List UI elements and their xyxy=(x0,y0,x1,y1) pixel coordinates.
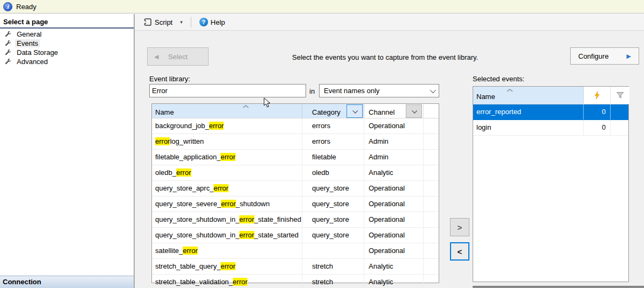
event-channel-cell: Analytic xyxy=(364,165,424,180)
sidebar-item-label: Data Storage xyxy=(15,48,60,57)
add-event-button[interactable]: > xyxy=(450,218,469,236)
back-arrow-icon: ◀ xyxy=(154,53,158,60)
selected-column-header-name[interactable]: Name xyxy=(473,87,584,104)
match-highlight: error xyxy=(220,262,235,270)
event-category-cell: filetable xyxy=(302,150,364,165)
selected-event-action-count: 0 xyxy=(584,104,611,120)
sidebar-item[interactable]: Data Storage xyxy=(0,48,134,57)
connection-section-header: Connection xyxy=(0,276,134,288)
match-highlight: error xyxy=(176,168,191,177)
category-filter-dropdown[interactable] xyxy=(347,104,363,118)
status-text: Ready xyxy=(16,3,37,11)
event-filler-cell xyxy=(424,150,439,165)
event-library-row[interactable]: query_store_shutdown_in_error_state_star… xyxy=(152,228,439,243)
selected-events-rows: error_reported 0 login 0 xyxy=(473,104,628,136)
event-filler-cell xyxy=(424,134,439,149)
event-filler-cell xyxy=(424,259,439,274)
event-channel-cell: Operational xyxy=(364,196,424,212)
panel-edge xyxy=(473,286,644,288)
selected-name-header-label: Name xyxy=(476,93,495,101)
selected-column-header-actions[interactable] xyxy=(584,87,611,104)
column-header-category[interactable]: Category xyxy=(302,104,364,118)
event-channel-cell: Operational xyxy=(364,212,424,227)
event-library-row[interactable]: oledb_error oledb Analytic xyxy=(152,165,439,181)
search-scope-dropdown[interactable]: Event names only xyxy=(319,84,439,97)
event-name-cell: query_store_shutdown_in_error_state_star… xyxy=(152,228,302,243)
event-library-row[interactable]: filetable_application_error filetable Ad… xyxy=(152,150,439,165)
sidebar-item[interactable]: Events xyxy=(0,39,134,48)
match-highlight: error xyxy=(239,215,254,223)
column-header-name[interactable]: Name xyxy=(152,104,302,118)
forward-arrow-icon: ▶ xyxy=(627,53,631,60)
remove-event-button[interactable]: < xyxy=(450,242,469,261)
event-library-row[interactable]: query_store_aprc_error query_store Opera… xyxy=(152,181,439,196)
sidebar-item-label: Advanced xyxy=(15,58,50,66)
sidebar-item[interactable]: General xyxy=(0,30,134,39)
event-channel-cell: Admin xyxy=(364,134,424,149)
selected-event-filter-cell xyxy=(611,104,629,120)
event-filler-cell xyxy=(424,228,439,243)
event-channel-cell: Analytic xyxy=(364,275,424,288)
match-highlight: error xyxy=(221,200,236,208)
event-category-cell: oledb xyxy=(302,165,364,180)
selected-event-filter-cell xyxy=(611,120,629,135)
event-library-label: Event library: xyxy=(149,75,190,83)
match-highlight: error xyxy=(220,153,235,161)
event-category-cell: query_store xyxy=(302,196,364,212)
help-icon: ? xyxy=(199,18,208,26)
event-category-cell: query_store xyxy=(302,228,364,243)
help-button[interactable]: ? Help xyxy=(197,16,227,28)
info-icon: i xyxy=(3,2,12,11)
selected-events-header: Name xyxy=(473,87,628,104)
event-category-cell: errors xyxy=(302,118,364,134)
event-channel-cell: Analytic xyxy=(364,259,424,274)
match-highlight: error xyxy=(213,184,228,192)
event-filler-cell xyxy=(424,275,439,288)
event-name-cell: oledb_error xyxy=(152,165,302,180)
event-filler-cell xyxy=(424,165,439,180)
event-category-cell xyxy=(302,243,364,258)
event-filler-cell xyxy=(424,118,439,134)
selected-event-row[interactable]: login 0 xyxy=(473,120,628,136)
header-filler xyxy=(424,104,439,118)
wrench-icon xyxy=(4,40,11,47)
selected-column-header-filter[interactable] xyxy=(611,87,629,104)
event-library-table: Name Category Channel background_job_err… xyxy=(151,103,439,283)
event-search-input[interactable] xyxy=(149,84,306,97)
filter-funnel-icon xyxy=(617,92,624,99)
selected-event-action-count: 0 xyxy=(584,120,611,135)
event-library-row[interactable]: query_store_shutdown_in_error_state_fini… xyxy=(152,212,439,228)
instruction-text: Select the events you want to capture fr… xyxy=(292,53,478,61)
event-name-cell: background_job_error xyxy=(152,118,302,134)
event-library-row[interactable]: query_store_severe_error_shutdown query_… xyxy=(152,196,439,212)
event-category-cell: stretch xyxy=(302,259,364,274)
script-icon xyxy=(143,18,152,26)
event-library-row[interactable]: stretch_table_query_error stretch Analyt… xyxy=(152,259,439,275)
event-library-row[interactable]: satellite_error Operational xyxy=(152,243,439,259)
configure-button[interactable]: Configure ▶ xyxy=(570,47,639,65)
select-button-label: Select xyxy=(168,53,188,61)
event-filler-cell xyxy=(424,181,439,196)
sidebar-item[interactable]: Advanced xyxy=(0,57,134,66)
event-library-row[interactable]: errorlog_written errors Admin xyxy=(152,134,439,150)
selected-event-name: error_reported xyxy=(473,104,584,120)
event-name-cell: query_store_shutdown_in_error_state_fini… xyxy=(152,212,302,227)
lightning-icon xyxy=(594,92,600,99)
event-library-row[interactable]: stretch_table_validation_error stretch A… xyxy=(152,275,439,288)
sort-ascending-icon xyxy=(507,89,513,92)
channel-filter-dropdown[interactable] xyxy=(406,104,422,118)
match-highlight: error xyxy=(209,122,224,130)
session-properties-dialog: i Ready Select a page General Events Dat… xyxy=(0,0,644,288)
script-dropdown-button[interactable]: ▾ xyxy=(178,18,185,26)
script-button[interactable]: Script xyxy=(141,16,175,28)
sort-ascending-icon xyxy=(243,105,249,108)
event-filler-cell xyxy=(424,196,439,212)
event-channel-cell: Operational xyxy=(364,228,424,243)
event-library-row[interactable]: background_job_error errors Operational xyxy=(152,118,439,134)
selected-event-row[interactable]: error_reported 0 xyxy=(473,104,628,120)
wrench-icon xyxy=(4,58,11,65)
help-label: Help xyxy=(211,18,225,26)
select-button[interactable]: ◀ Select xyxy=(147,47,209,66)
column-header-channel[interactable]: Channel xyxy=(364,104,424,118)
toolbar: Script ▾ ? Help xyxy=(135,14,644,31)
